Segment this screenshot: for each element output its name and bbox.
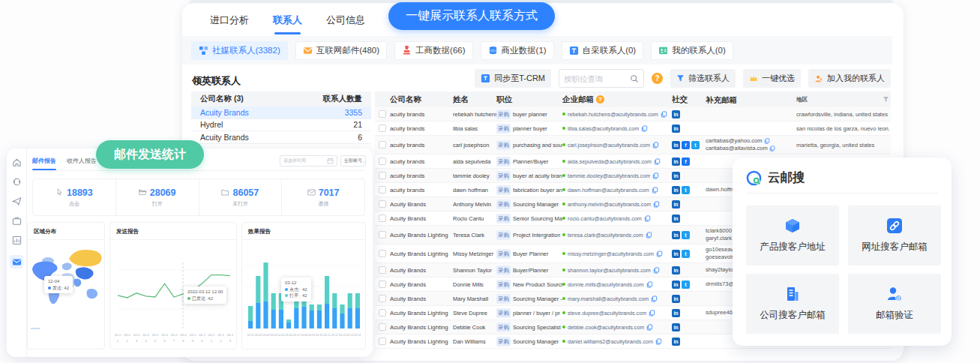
contact-row-0[interactable]: acuity brands rebekah hutchens 采购buyer p… <box>375 107 891 122</box>
account-select[interactable]: 全部账号⌄ <box>340 155 366 166</box>
copy-icon[interactable] <box>646 232 652 238</box>
linkedin-icon[interactable]: in <box>672 172 680 180</box>
tab-1[interactable]: 联系人 <box>273 14 302 34</box>
twitter-icon[interactable]: t <box>682 231 690 239</box>
row-checkbox[interactable] <box>379 250 386 257</box>
copy-icon[interactable] <box>661 111 667 118</box>
stamp-icon <box>402 46 412 56</box>
one-key-optimize-button[interactable]: 一键优选 <box>743 69 801 88</box>
copy-icon[interactable] <box>652 142 659 148</box>
copy-icon[interactable] <box>651 296 658 302</box>
filter-contacts-button[interactable]: 筛选联系人 <box>670 69 736 88</box>
cloud-tile-3[interactable]: @邮箱验证 <box>848 274 941 334</box>
sidebar-home-icon[interactable] <box>12 158 22 167</box>
source-chip-4[interactable]: 自采联系人(0) <box>562 41 644 60</box>
row-checkbox[interactable] <box>379 158 386 165</box>
copy-icon[interactable] <box>653 267 660 274</box>
row-checkbox[interactable] <box>379 309 386 316</box>
twitter-icon[interactable]: t <box>682 186 690 194</box>
twitter-icon[interactable]: t <box>682 280 690 289</box>
copy-icon[interactable] <box>652 172 659 179</box>
svg-text:03-01: 03-01 <box>247 334 253 337</box>
linkedin-icon[interactable]: in <box>672 200 680 208</box>
dash-tab-0[interactable]: 邮件报告 <box>32 157 56 165</box>
sidebar-send-icon[interactable] <box>12 196 22 206</box>
svg-text:03-02: 03-02 <box>255 334 262 337</box>
row-checkbox[interactable] <box>379 200 386 208</box>
row-checkbox[interactable] <box>379 338 386 345</box>
linkedin-icon[interactable]: in <box>672 158 680 166</box>
sidebar-briefcase-icon[interactable] <box>12 216 22 226</box>
source-chip-2[interactable]: 工商数据(66) <box>394 41 472 60</box>
source-chip-3[interactable]: 商业数据(1) <box>481 41 554 60</box>
linkedin-icon[interactable]: in <box>672 266 680 274</box>
sidebar-mail-filled-icon[interactable] <box>10 255 23 268</box>
copy-icon[interactable] <box>656 250 663 257</box>
company-row-1[interactable]: Hydrel21 <box>191 119 371 132</box>
row-checkbox[interactable] <box>379 323 386 331</box>
linkedin-icon[interactable]: in <box>672 280 680 289</box>
source-chip-0[interactable]: 社媒联系人(3382) <box>191 41 288 60</box>
copy-icon[interactable] <box>652 187 658 194</box>
company-row-2[interactable]: Acuity Brands6 <box>191 131 371 144</box>
twitter-icon[interactable]: t <box>691 141 700 149</box>
svg-text:03-09: 03-09 <box>308 334 315 337</box>
row-checkbox[interactable] <box>379 110 386 118</box>
contact-row-1[interactable]: acuity brands libia salas 采购planner buye… <box>375 122 891 136</box>
svg-text:03-15: 03-15 <box>354 334 361 337</box>
sidebar-service-icon[interactable] <box>12 177 22 187</box>
copy-icon[interactable] <box>646 281 653 288</box>
linkedin-icon[interactable]: in <box>672 124 680 133</box>
cloud-tile-2[interactable]: 公司搜客户邮箱 <box>746 274 839 334</box>
linkedin-icon[interactable]: in <box>672 214 680 223</box>
linkedin-icon[interactable]: in <box>672 250 680 258</box>
cloud-tile-0[interactable]: 产品搜客户地址 <box>746 206 839 266</box>
search-box[interactable] <box>559 69 644 88</box>
twitter-icon[interactable]: t <box>682 250 690 258</box>
dash-tab-1[interactable]: 收件人报告 <box>67 157 97 165</box>
copy-icon[interactable] <box>653 201 660 208</box>
linkedin-icon[interactable]: in <box>672 309 680 317</box>
row-checkbox[interactable] <box>379 172 386 179</box>
copy-icon[interactable] <box>654 158 661 165</box>
help-icon[interactable]: ? <box>652 73 663 84</box>
facebook-icon[interactable]: f <box>682 141 690 149</box>
row-checkbox[interactable] <box>379 280 386 288</box>
source-chip-1[interactable]: 互联网邮件(480) <box>295 41 387 60</box>
row-checkbox[interactable] <box>379 214 386 222</box>
copy-icon[interactable] <box>655 338 662 345</box>
linkedin-icon[interactable]: in <box>672 231 680 239</box>
linkedin-icon[interactable]: in <box>672 295 680 303</box>
linkedin-icon[interactable]: in <box>672 110 680 118</box>
cloud-tile-1[interactable]: 网址搜客户邮箱 <box>848 206 941 266</box>
add-to-my-contacts-button[interactable]: 加入我的联系人 <box>808 69 891 88</box>
row-checkbox[interactable] <box>379 124 386 132</box>
source-chip-5[interactable]: 我的联系人(0) <box>651 41 733 60</box>
row-checkbox[interactable] <box>379 231 386 238</box>
row-checkbox[interactable] <box>379 186 386 194</box>
search-input[interactable] <box>564 74 630 83</box>
tab-2[interactable]: 公司信息 <box>326 14 365 34</box>
col-name: 姓名 <box>453 94 496 105</box>
copy-icon[interactable] <box>644 215 651 222</box>
linkedin-icon[interactable]: in <box>672 141 680 149</box>
row-checkbox[interactable] <box>379 141 386 148</box>
copy-icon[interactable] <box>646 324 653 331</box>
copy-icon[interactable] <box>649 310 655 316</box>
sidebar-chart-icon[interactable] <box>12 236 22 245</box>
linkedin-icon[interactable]: in <box>672 323 680 332</box>
linkedin-icon[interactable]: in <box>672 338 680 346</box>
copy-icon[interactable] <box>641 125 648 132</box>
sync-tcrm-button[interactable]: 同步至T-CRM <box>475 69 551 88</box>
tab-0[interactable]: 进口分析 <box>210 14 249 34</box>
contact-row-2[interactable]: acuity brands carl josephson 采购purchasin… <box>375 136 891 154</box>
svg-text:8: 8 <box>182 339 184 343</box>
calendar-icon <box>327 158 334 164</box>
callout-contact-methods: 一键展示联系人联系方式 <box>388 2 555 30</box>
date-range-input[interactable]: 请选择时间 <box>280 155 337 166</box>
row-checkbox[interactable] <box>379 266 386 274</box>
linkedin-icon[interactable]: in <box>672 186 680 194</box>
company-row-0[interactable]: Acuity Brands3355 <box>191 106 371 119</box>
row-checkbox[interactable] <box>379 295 386 302</box>
facebook-icon[interactable]: f <box>682 158 690 166</box>
